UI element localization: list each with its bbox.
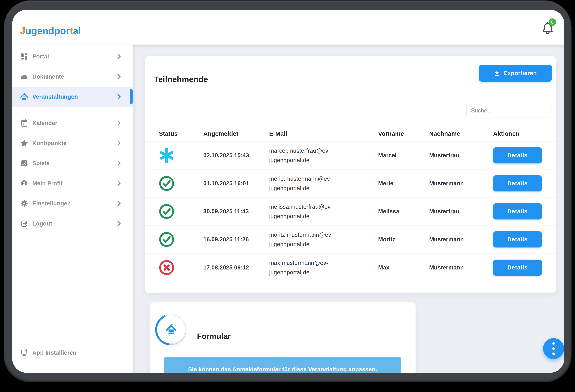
cell-angemeldet: 16.09.2025 11:26	[203, 236, 269, 243]
dashboard-icon	[20, 52, 28, 61]
status-cancelled-icon	[159, 260, 174, 275]
form-card-title: Formular	[197, 332, 231, 341]
cell-vorname: Melissa	[378, 208, 429, 215]
sidebar-item-label: Spiele	[32, 160, 49, 167]
chevron-right-icon	[117, 53, 121, 60]
sidebar-item-kalender[interactable]: Kalender	[12, 113, 133, 133]
cell-email: marcel.musterfrau@ev-jugendportal.de	[269, 146, 344, 165]
logo-part: J	[20, 25, 25, 36]
table-header-row: Status Angemeldet E-Mail Vorname Nachnam…	[145, 126, 556, 141]
status-new-icon	[159, 148, 174, 163]
chevron-right-icon	[117, 180, 121, 186]
app-logo: Jugendportal	[20, 25, 81, 36]
column-header-aktionen: Aktionen	[493, 130, 542, 137]
status-cell	[159, 204, 203, 219]
column-header-nachname: Nachname	[429, 130, 493, 137]
export-button[interactable]: Exportieren	[479, 65, 552, 82]
logout-icon	[20, 219, 28, 228]
download-icon	[494, 70, 500, 76]
more-actions-fab[interactable]	[543, 338, 564, 359]
cell-vorname: Moritz	[378, 236, 429, 243]
page-title: Teilnehmende	[154, 74, 208, 84]
form-ring-disc	[157, 316, 185, 344]
details-button[interactable]: Details	[493, 231, 542, 247]
sidebar-item-label: Mein Profil	[32, 180, 62, 187]
cell-nachname: Mustermann	[429, 264, 493, 271]
sidebar-item-label: Portal	[32, 53, 49, 60]
chevron-right-icon	[117, 200, 121, 206]
details-button[interactable]: Details	[493, 260, 542, 276]
cell-nachname: Musterfrau	[429, 208, 493, 215]
install-app-icon	[20, 348, 28, 357]
status-cell	[159, 148, 203, 163]
chevron-right-icon	[117, 220, 121, 226]
sidebar-item-mein-profil[interactable]: Mein Profil	[12, 173, 133, 193]
column-header-angemeldet: Angemeldet	[203, 130, 269, 137]
cell-vorname: Max	[378, 264, 429, 271]
user-icon	[20, 179, 28, 187]
column-header-email: E-Mail	[269, 130, 378, 137]
table-row: 17.08.2025 09:12 max.mustermann@ev-jugen…	[145, 254, 556, 282]
dice-icon	[20, 159, 28, 167]
status-confirmed-icon	[159, 176, 174, 191]
cell-email: melissa.musterfrau@ev-jugendportal.de	[269, 202, 344, 221]
app-screen: Jugendportal Portal Dokumen	[12, 10, 564, 373]
cell-nachname: Musterfrau	[429, 152, 493, 159]
sidebar-divider	[12, 44, 133, 45]
cell-email: moritz.mustermann@ev-jugendportal.de	[269, 230, 344, 249]
sidebar-item-veranstaltungen[interactable]: Veranstaltungen	[12, 87, 133, 107]
sidebar-item-label: Veranstaltungen	[32, 93, 78, 100]
sidebar-item-label: Dokumente	[32, 73, 64, 80]
form-progress-ring	[155, 314, 187, 346]
logo-part: al	[73, 25, 81, 36]
sidebar-item-portal[interactable]: Portal	[12, 46, 133, 66]
sidebar-item-logout[interactable]: Logout	[12, 214, 133, 234]
more-vertical-icon	[552, 341, 555, 356]
table-row: 02.10.2025 15:43 marcel.musterfrau@ev-ju…	[145, 141, 556, 170]
topbar: 0	[133, 10, 564, 44]
participants-table: Status Angemeldet E-Mail Vorname Nachnam…	[145, 126, 556, 282]
details-button[interactable]: Details	[493, 203, 542, 219]
sidebar-item-app-installieren[interactable]: App Installieren	[12, 343, 133, 363]
cloud-icon	[20, 72, 28, 81]
tent-icon	[20, 93, 28, 101]
sidebar-item-konfipunkte[interactable]: Konfipunkte	[12, 133, 133, 153]
chevron-right-icon	[117, 140, 121, 146]
sidebar-item-label: Einstellungen	[32, 200, 71, 207]
details-button[interactable]: Details	[493, 147, 542, 163]
chevron-right-icon	[117, 120, 121, 126]
calendar-icon	[20, 119, 28, 127]
search-row	[466, 104, 551, 117]
sidebar-item-label: Konfipunkte	[32, 140, 67, 146]
status-confirmed-icon	[159, 232, 174, 247]
cell-vorname: Marcel	[378, 152, 429, 159]
notifications-button[interactable]: 0	[541, 22, 555, 36]
table-row: 16.09.2025 11:26 moritz.mustermann@ev-ju…	[145, 225, 556, 254]
status-confirmed-icon	[159, 204, 174, 219]
tablet-frame: Jugendportal Portal Dokumen	[4, 1, 571, 382]
sidebar: Jugendportal Portal Dokumen	[12, 10, 133, 373]
sidebar-item-label: App Installieren	[32, 349, 76, 356]
status-cell	[159, 176, 203, 191]
table-row: 01.10.2025 16:01 merle.mustermann@ev-jug…	[145, 170, 556, 197]
sidebar-item-label: Kalender	[32, 120, 57, 126]
participants-card: Teilnehmende Exportieren Status Angemeld…	[145, 56, 556, 293]
logo-cross: t	[70, 25, 73, 36]
search-input[interactable]	[466, 104, 551, 117]
cell-angemeldet: 17.08.2025 09:12	[203, 264, 269, 271]
cell-nachname: Mustermann	[429, 236, 493, 243]
logo-part: ugendpor	[25, 25, 70, 36]
sidebar-item-dokumente[interactable]: Dokumente	[12, 66, 133, 87]
chevron-right-icon	[117, 74, 121, 80]
cell-vorname: Merle	[378, 180, 429, 187]
cell-angemeldet: 02.10.2025 15:43	[203, 152, 269, 159]
sidebar-item-label: Logout	[32, 220, 52, 227]
cell-angemeldet: 30.09.2025 11:43	[203, 208, 269, 215]
chevron-right-icon	[117, 160, 121, 166]
details-button[interactable]: Details	[493, 175, 542, 192]
status-cell	[159, 232, 203, 247]
sidebar-item-spiele[interactable]: Spiele	[12, 153, 133, 173]
column-header-vorname: Vorname	[378, 130, 429, 137]
sidebar-item-einstellungen[interactable]: Einstellungen	[12, 193, 133, 214]
form-info-banner: Sie können das Anmeldeformular für diese…	[164, 357, 401, 373]
